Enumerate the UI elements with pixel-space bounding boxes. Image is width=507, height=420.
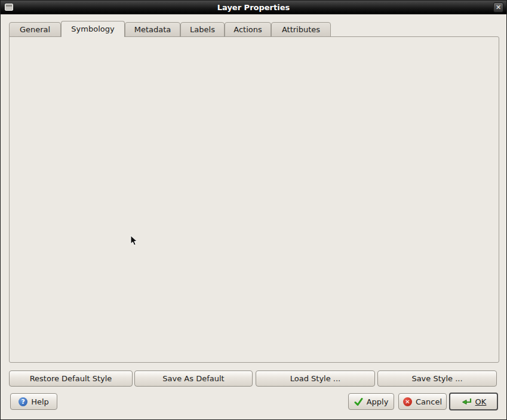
save-style-button[interactable]: Save Style ... [377,370,497,387]
help-label: Help [31,397,49,406]
close-icon: ✕ [496,4,501,11]
titlebar[interactable]: Layer Properties ✕ [1,1,506,14]
tab-symbology[interactable]: Symbology [61,21,125,37]
tab-attributes[interactable]: Attributes [271,22,331,37]
tab-symbology-label: Symbology [71,24,114,33]
tab-actions-label: Actions [233,25,262,34]
tab-attributes-label: Attributes [282,25,320,34]
tab-general-label: General [20,25,50,34]
ok-button[interactable]: OK [449,393,498,410]
cancel-label: Cancel [416,397,442,406]
apply-label: Apply [367,397,389,406]
help-button[interactable]: ? Help [10,393,57,410]
save-as-default-button[interactable]: Save As Default [134,370,253,387]
tab-actions[interactable]: Actions [225,22,271,37]
cancel-icon: ✕ [403,397,412,406]
apply-button[interactable]: Apply [348,393,394,410]
tab-metadata-label: Metadata [134,25,171,34]
tab-labels[interactable]: Labels [180,22,225,37]
tab-metadata[interactable]: Metadata [125,22,180,37]
tab-labels-label: Labels [190,25,215,34]
window-title: Layer Properties [1,3,506,12]
help-icon: ? [19,397,27,406]
apply-check-icon [354,398,363,406]
layer-properties-dialog: Layer Properties ✕ General Symbology Met… [0,0,507,420]
ok-enter-icon [461,398,472,406]
load-style-button[interactable]: Load Style ... [256,370,375,387]
close-button[interactable]: ✕ [493,2,503,13]
ok-label: OK [475,397,487,406]
cancel-button[interactable]: ✕ Cancel [398,393,447,410]
tab-general[interactable]: General [9,22,61,37]
restore-default-style-button[interactable]: Restore Default Style [9,370,133,387]
symbology-panel [9,36,499,363]
